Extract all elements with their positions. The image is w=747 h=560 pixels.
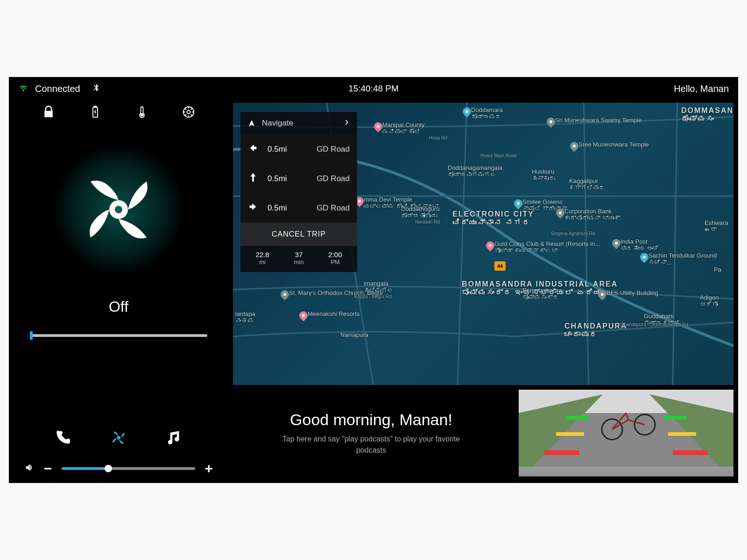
map-place-label: Bommasandraಬೊಮ್ಮಸಂದ್ರ: [522, 287, 562, 301]
user-greeting: Hello, Manan: [674, 84, 729, 94]
fan-glow: [53, 144, 184, 275]
nav-step[interactable]: 0.5miGD Road: [240, 193, 357, 223]
rear-camera-view[interactable]: [519, 390, 733, 476]
chevron-right-icon: [343, 119, 350, 128]
volume-slider[interactable]: [62, 467, 196, 470]
trip-distance: 22.8mi: [255, 251, 269, 266]
map-road-label: Koppa - Begur Rd: [354, 294, 392, 299]
fan-speed-slider[interactable]: [30, 334, 207, 337]
greeting-subtext: Tap here and say "play podcasts" to play…: [273, 434, 469, 456]
left-panel: Off − +: [21, 105, 217, 476]
map-road-label: Hosa Rd: [429, 135, 447, 140]
map-place-label: Adigonಆದಿಗೊಂ: [700, 294, 719, 308]
climate-status: Off: [109, 298, 128, 315]
status-left: Connected: [18, 83, 101, 95]
step-distance: 0.5mi: [268, 203, 287, 213]
map-place-label: Meenakshi Resorts: [308, 310, 359, 317]
volume-thumb[interactable]: [105, 465, 112, 472]
map-place-label: Sree Muneshwara Temple: [578, 141, 649, 148]
map-place-label: Eshwaraಈಶ್: [705, 219, 728, 233]
svg-point-6: [115, 206, 122, 213]
volume-up-button[interactable]: +: [204, 461, 213, 476]
map-place-label: imangalaಹುಲಿಮಂಗಲ: [364, 280, 394, 294]
nav-header[interactable]: Navigate: [240, 112, 357, 134]
turn-straight-icon: [248, 172, 258, 185]
step-road: GD Road: [317, 203, 350, 213]
highway-shield: 44: [494, 261, 506, 271]
map-place-label: CHANDAPURAಚಂದಾಪುರ: [564, 322, 627, 339]
step-distance: 0.5mi: [268, 145, 287, 154]
map-place-label: BFS Utility Building: [606, 289, 658, 296]
nav-title: Navigate: [262, 119, 293, 128]
fan-slider-thumb[interactable]: [30, 331, 33, 340]
turn-left-icon: [248, 143, 258, 155]
volume-control: − +: [21, 461, 217, 476]
map-road-label: Singena Agrahara Rd: [550, 231, 595, 236]
speaker-icon: [24, 462, 35, 475]
tire-icon[interactable]: [182, 105, 196, 121]
volume-down-button[interactable]: −: [44, 461, 52, 476]
map-place-label: Kaggalipurಕಗ್ಗಲಿಪುರ: [569, 177, 605, 191]
svg-rect-1: [94, 106, 97, 108]
temperature-icon[interactable]: [135, 105, 149, 121]
map-place-label: Manipal Countyಮನಿಪಾಲ್ ಕೌಂಟಿ: [382, 121, 424, 135]
nav-step[interactable]: 0.5miGD Road: [240, 134, 357, 164]
map-road-label: Hosur Main Road: [480, 153, 517, 158]
map-place-label: ELECTRONIC CITYವಿದ್ಯುನ್ನಾನ ನಗರ: [452, 210, 534, 227]
map-place-label: DOMMASANದೊಮ್ಮಸಂ: [681, 106, 733, 123]
map-road-label: Neoladri Rd: [415, 219, 440, 224]
step-distance: 0.5mi: [268, 174, 287, 183]
svg-point-4: [187, 110, 190, 114]
fan-icon: [72, 163, 165, 256]
music-tab[interactable]: [166, 429, 183, 448]
wifi-icon: [18, 83, 28, 95]
map-place-label: Sachin Tendulkar Groundಸಚಿನ್...: [648, 252, 717, 266]
trip-eta: 2:00PM: [328, 251, 342, 266]
step-road: GD Road: [317, 145, 350, 154]
navigate-icon: [248, 119, 255, 127]
clock: 15:40:48 PM: [348, 84, 399, 94]
trip-time: 37min: [294, 251, 304, 266]
map-place-label: Corporation Bankಕಾರ್ಪೊರೇಷನ್ ಬ್ಯಾಂಕ್: [564, 208, 620, 222]
step-road: GD Road: [317, 174, 350, 183]
svg-point-7: [117, 436, 120, 440]
map-place-label: India Postಭಾರತೀಯ ಅಂಚೆ: [620, 238, 659, 252]
battery-icon[interactable]: [88, 105, 102, 121]
map-road-label: Chandapura - Dommasandra Rd: [620, 322, 688, 327]
voice-assistant-prompt[interactable]: Good morning, Manan! Tap here and say "p…: [233, 390, 509, 476]
map-place-label: Naniapura: [340, 331, 368, 338]
map-place-label: Gold Coins Club & Resort (Resorts in...ಗ…: [494, 240, 600, 254]
map-place-label: Pa: [714, 266, 721, 273]
map-place-label: lantapaನಂತಪ: [235, 310, 255, 324]
climate-display: Off: [21, 144, 217, 337]
nav-step[interactable]: 0.5miGD Road: [240, 164, 357, 193]
map-place-label: Doddathoguruದೊಡ್ಡತೋಗೂರು: [401, 205, 439, 219]
map-place-label: Doddamaraದೊಡ್ಡಮರ: [471, 106, 503, 120]
greeting-heading: Good morning, Manan!: [290, 411, 452, 429]
lock-icon[interactable]: [42, 105, 56, 121]
app-tabs: [21, 429, 217, 448]
svg-point-2: [141, 114, 143, 116]
bluetooth-icon: [92, 83, 101, 95]
phone-tab[interactable]: [54, 429, 71, 448]
camera-overlay: [519, 390, 733, 467]
turn-right-icon: [248, 202, 258, 214]
trip-summary: 22.8mi 37min 2:00PM: [240, 246, 357, 272]
bottom-area: Good morning, Manan! Tap here and say "p…: [233, 390, 733, 476]
top-bar: Connected 15:40:48 PM Hello, Manan: [9, 77, 738, 100]
vehicle-status-icons: [21, 105, 217, 130]
map-view[interactable]: Doddamaraದೊಡ್ಡಮರManipal Countyಮನಿಪಾಲ್ ಕೌ…: [233, 103, 733, 385]
cancel-trip-button[interactable]: CANCEL TRIP: [240, 223, 357, 246]
connection-status: Connected: [35, 84, 80, 94]
climate-tab[interactable]: [110, 429, 127, 448]
map-place-label: Doddanagamangalaದೊಡ್ಡನಾಗಮಂಗಲ: [448, 164, 502, 178]
map-place-label: Huskuruಹುಸ್ಕೂರು: [532, 168, 555, 182]
navigation-card: Navigate 0.5miGD Road0.5miGD Road0.5miGD…: [240, 112, 357, 272]
nav-steps-list: 0.5miGD Road0.5miGD Road0.5miGD Road: [240, 134, 357, 223]
infotainment-screen: Connected 15:40:48 PM Hello, Manan: [9, 77, 738, 483]
map-place-label: Sri Muneshwara Swamy Temple: [555, 117, 641, 124]
